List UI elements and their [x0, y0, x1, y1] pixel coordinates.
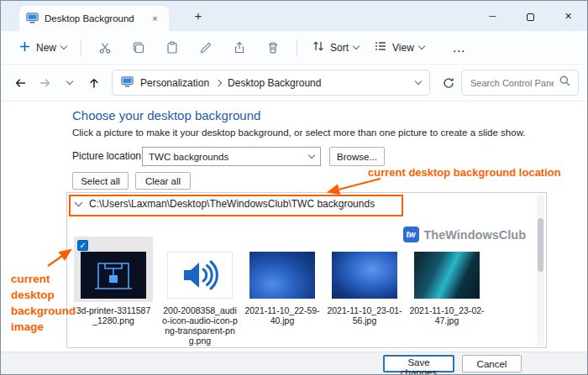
search-icon[interactable]: [559, 75, 571, 91]
picture-location-label: Picture location:: [72, 150, 144, 162]
cancel-button[interactable]: Cancel: [462, 355, 522, 372]
select-all-button[interactable]: Select all: [72, 172, 129, 190]
clear-all-button[interactable]: Clear all: [135, 172, 191, 190]
share-button[interactable]: [225, 36, 254, 60]
chevron-down-icon: [353, 43, 360, 49]
delete-button[interactable]: [259, 36, 287, 60]
forward-button[interactable]: [34, 71, 56, 95]
command-toolbar: New Sort View …: [1, 31, 587, 65]
save-changes-button[interactable]: Save changes: [383, 355, 454, 372]
thumbnail-image-area: [160, 237, 239, 302]
footer-bar: Save changes Cancel: [1, 352, 587, 374]
up-button[interactable]: [82, 71, 105, 95]
address-bar[interactable]: Personalization Desktop Background: [112, 70, 430, 96]
collapse-chevron-icon[interactable]: [75, 198, 83, 206]
new-tab-button[interactable]: +: [189, 7, 207, 25]
sort-icon: [312, 39, 325, 55]
thumbnail-label: 2021-11-10_23-02-47.jpg: [407, 305, 486, 326]
thumbnail-wallpaper-2[interactable]: 2021-11-10_23-01-56.jpg: [325, 237, 404, 326]
thumbnail-audio-icon[interactable]: 200-2008358_audio-icon-audio-icon-png-tr…: [160, 237, 239, 346]
thumbnail-label: 200-2008358_audio-icon-audio-icon-png-tr…: [160, 305, 239, 346]
thumbnail-image-area: [407, 237, 486, 302]
wallpaper-thumbnail-image: [332, 252, 397, 299]
picture-gallery: C:\Users\Laxman\Desktop\TheWindowsClub\T…: [66, 192, 547, 348]
picture-location-value: TWC backgrounds: [149, 152, 228, 162]
paste-button[interactable]: [158, 36, 186, 60]
title-bar: Desktop Background × + ─ ×: [1, 1, 587, 31]
breadcrumb-desktop-background[interactable]: Desktop Background: [228, 77, 321, 89]
search-box[interactable]: [461, 70, 579, 96]
see-more-button[interactable]: …: [445, 36, 474, 60]
display-icon: [26, 13, 39, 25]
back-button[interactable]: [9, 71, 32, 95]
explorer-window: Desktop Background × + ─ × New Sort: [0, 0, 588, 375]
toolbar-separator: [81, 39, 81, 56]
sort-button[interactable]: Sort: [304, 35, 366, 60]
thumbnail-wallpaper-3[interactable]: 2021-11-10_23-02-47.jpg: [407, 237, 486, 326]
sort-button-label: Sort: [330, 42, 349, 54]
tab-title: Desktop Background: [45, 13, 134, 23]
gallery-group-header[interactable]: C:\Users\Laxman\Desktop\TheWindowsClub\T…: [76, 198, 375, 210]
page-description: Click a picture to make it your desktop …: [72, 128, 526, 138]
window-controls: ─ ×: [474, 1, 587, 31]
rename-button[interactable]: [192, 36, 220, 60]
picture-location-select[interactable]: TWC backgrounds: [142, 147, 321, 166]
chevron-down-icon: [308, 152, 315, 159]
browse-button[interactable]: Browse...: [329, 147, 385, 166]
selected-checkbox[interactable]: ✓: [77, 240, 88, 251]
wallpaper-thumbnail-image: [414, 252, 480, 299]
gallery-folder-path: C:\Users\Laxman\Desktop\TheWindowsClub\T…: [89, 198, 375, 210]
printer-thumbnail-image: [81, 252, 146, 299]
minimize-button[interactable]: ─: [474, 1, 512, 31]
speaker-thumbnail-image: [167, 252, 233, 299]
annotation-location: current desktop background location: [368, 166, 561, 179]
tab-desktop-background[interactable]: Desktop Background ×: [19, 6, 169, 31]
breadcrumb-personalization[interactable]: Personalization: [140, 77, 209, 89]
address-row: Personalization Desktop Background: [1, 65, 587, 102]
wallpaper-thumbnail-image: [249, 252, 315, 299]
thumbnail-label: 2021-11-10_23-01-56.jpg: [325, 305, 404, 326]
chevron-down-icon: [418, 43, 425, 49]
scrollbar-thumb[interactable]: [538, 218, 543, 272]
cut-button[interactable]: [91, 36, 119, 60]
toolbar-separator: [297, 39, 297, 56]
view-icon: [374, 39, 387, 55]
search-input[interactable]: [469, 77, 555, 89]
copy-button[interactable]: [124, 36, 153, 60]
refresh-button[interactable]: [437, 71, 459, 95]
thumbnail-label: 2021-11-10_22-59-40.jpg: [243, 305, 322, 326]
recent-locations-chevron[interactable]: [58, 71, 81, 95]
personalization-icon: [121, 76, 134, 90]
view-button-label: View: [392, 42, 414, 54]
thumbnail-image-area: [325, 237, 404, 302]
new-button[interactable]: New: [11, 36, 74, 60]
thumbnail-wallpaper-1[interactable]: 2021-11-10_22-59-40.jpg: [243, 237, 322, 326]
close-button[interactable]: ×: [549, 1, 587, 31]
chevron-down-icon: [60, 43, 67, 49]
gallery-scrollbar[interactable]: [537, 195, 544, 346]
view-button[interactable]: View: [366, 35, 432, 60]
page-title: Choose your desktop background: [72, 108, 260, 122]
annotation-image: current desktop background image: [11, 271, 88, 335]
check-icon: ✓: [79, 241, 86, 250]
address-dropdown-chevron[interactable]: [415, 78, 422, 85]
plus-icon: [18, 40, 31, 55]
tab-close-icon[interactable]: ×: [148, 12, 162, 26]
maximize-button[interactable]: [512, 1, 549, 31]
thumbnail-image-area: [243, 237, 322, 302]
breadcrumb-separator-icon: [215, 79, 222, 86]
page-content: Choose your desktop background Click a p…: [1, 102, 587, 352]
maximize-icon: [527, 13, 534, 21]
new-button-label: New: [36, 42, 56, 54]
